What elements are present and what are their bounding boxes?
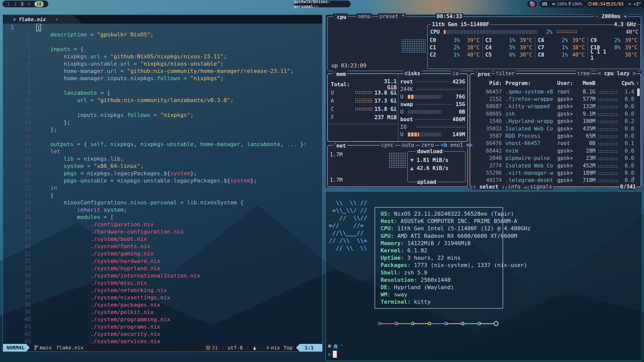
volume-indicator[interactable]: 100% (552, 2, 567, 7)
code-line[interactable]: 23 { (3, 192, 322, 199)
workspace-2[interactable]: 2 (14, 2, 17, 7)
process-row[interactable]: 3507RDD Processgpsk+65M0.0 (472, 132, 638, 140)
code-line[interactable]: 37 ./system/nixsettings.nix (3, 294, 322, 301)
code-line[interactable]: 38 ./system/packages.nix (3, 301, 322, 308)
cpu-panel-title[interactable]: ¹cpu (333, 13, 348, 20)
workspace-switcher[interactable]: 123410 (3, 1, 48, 7)
code-line[interactable]: 6 home-manager.url = "github:nix-communi… (3, 67, 322, 75)
git-branch[interactable]: main (34, 345, 52, 351)
code-line[interactable]: 18 lib = nixpkgs.lib; (3, 155, 322, 162)
signals-hint[interactable]: signals (529, 184, 553, 190)
code-line[interactable]: 26 modules = [ (3, 213, 322, 221)
process-row[interactable]: 2040pipewire-pulsegpsk+23M0.0 (472, 155, 638, 162)
interval-plus[interactable]: + (624, 13, 627, 19)
scroll-down-icon[interactable]: ↓ (632, 174, 635, 180)
status-pill-input[interactable]: US | 100% 100% (539, 1, 585, 7)
proc-sort-selector[interactable]: < cpu lazy > (596, 70, 637, 76)
code-buffer[interactable]: 1{1 description = "gpskwlkr NixOS";23 in… (3, 24, 322, 344)
neovim-window[interactable]: ❄ flake.nix × 1{1 description = "gpskwlk… (3, 14, 323, 352)
info-hint[interactable]: info ↵ (507, 184, 528, 190)
code-line[interactable]: 14 }; (3, 126, 322, 133)
workspace-1[interactable]: 1 (7, 2, 10, 7)
code-line[interactable]: 34 ./system/internationalisation.nix (3, 272, 322, 279)
tray[interactable] (527, 1, 537, 7)
process-row[interactable]: 55296.virt-manager-wgpsk+189M0.0 (472, 169, 638, 176)
process-row[interactable]: 3774Isolated Web Cogpsk+452M0.0 (472, 162, 638, 169)
code-line[interactable]: 12 inputs.nixpkgs.follows = "nixpkgs"; (3, 111, 322, 119)
code-line[interactable]: 40 ./system/programming.nix (3, 316, 322, 323)
tab-close-icon[interactable]: × (55, 17, 58, 22)
code-line[interactable]: 24 nixosConfigurations.nixos-personal = … (3, 199, 322, 206)
code-line[interactable]: 39 ./system/polkit.nix (3, 308, 322, 316)
code-line[interactable]: 7 home-manager.inputs.nixpkgs.follows = … (3, 75, 322, 82)
code-line[interactable]: 27 ./configuration.nix (3, 221, 322, 228)
code-line[interactable]: 10 url = "github:nix-community/lanzaboot… (3, 97, 322, 104)
code-line[interactable]: 11 (3, 104, 322, 111)
code-line[interactable]: 42 ./system/security.nix (3, 330, 322, 338)
code-line[interactable]: 3 inputs = { (3, 46, 322, 53)
status-pill-clock[interactable]: 00:54 25/03 (585, 1, 626, 7)
code-line[interactable]: 31 ./system/gaming.nix (3, 250, 322, 257)
mem-panel-title[interactable]: ²mem (333, 70, 347, 77)
code-line[interactable]: 41 ./system/programs.nix (3, 323, 322, 330)
shell-prompt-line[interactable]: › (327, 350, 337, 358)
code-line[interactable]: 25 inherit system; (3, 206, 322, 213)
code-line[interactable]: 1 description = "gpskwlkr NixOS"; (3, 31, 322, 38)
workspace-10[interactable]: 10 (34, 1, 44, 7)
code-line[interactable]: 20 pkgs = nixpkgs.legacyPackages.${syste… (3, 170, 322, 177)
code-line[interactable]: 17 let (3, 148, 322, 155)
process-row[interactable]: 66476vhost-66457root0B0.1 (472, 140, 638, 147)
disks-io-button[interactable]: io (451, 70, 460, 76)
process-row[interactable]: 68687.kitty-wrappedgpsk+132M0.0 (472, 103, 638, 110)
code-line[interactable]: 1{ (3, 24, 322, 31)
proc-scrollbar[interactable] (637, 88, 640, 96)
code-line[interactable]: 4 nixpkgs.url = "github:NixOS/nixpkgs/ni… (3, 53, 322, 60)
workspace-4[interactable]: 4 (28, 2, 30, 7)
interval-minus[interactable]: - (595, 13, 598, 19)
process-list[interactable]: 66457.qemu-system-x8root8.1G1.42152.fire… (472, 88, 638, 184)
code-line[interactable]: 2 (3, 38, 322, 46)
process-row[interactable]: 68695zshgpsk+9.1M0.0 (472, 110, 638, 117)
code-line[interactable]: 29 ./system/boot.nix (3, 235, 322, 243)
process-row[interactable]: 68442nvimgpsk+28M0.0 (472, 147, 638, 154)
net-interface[interactable]: <b eno1 n> (439, 142, 474, 148)
proc-filter-button[interactable]: filter (494, 70, 516, 76)
process-row[interactable]: 49174.telegram-desktgpsk+718M0.0 (472, 177, 638, 184)
code-line[interactable]: 32 ./system/hardware.nix (3, 257, 322, 265)
status-pill-weather[interactable]: ☀ +3° (624, 1, 644, 7)
process-row[interactable]: 1546.Hyprland-wrappgpsk+190M0.2 (472, 118, 638, 125)
workspace-3[interactable]: 3 (21, 2, 23, 7)
select-hint[interactable]: ↑ select ↓ (472, 184, 505, 190)
code-line[interactable]: 35 ./system/misc.nix (3, 279, 322, 287)
proc-panel-title[interactable]: ⁴proc (474, 70, 492, 77)
code-line[interactable]: 22 in (3, 184, 322, 192)
code-line[interactable]: 13 }; (3, 119, 322, 126)
disks-panel-title[interactable]: disks (403, 70, 422, 76)
tab-flake-nix[interactable]: ❄ flake.nix × (4, 15, 82, 24)
code-line[interactable]: 30 ./system/fonts.nix (3, 243, 322, 250)
kitty-terminal-window[interactable]: \\ \\ // =\\_\\/ // // \\// =// //= //\\… (325, 191, 642, 361)
code-line[interactable]: 5 nixpkgs-unstable.url = "nixpkgs/nixos-… (3, 60, 322, 67)
keyboard-layout[interactable]: US (542, 2, 547, 7)
code-line[interactable]: 16 outputs = { self, nixpkgs, nixpkgs-un… (3, 141, 322, 148)
mic-indicator[interactable]: 100% (568, 2, 582, 7)
sort-direction-icon[interactable]: ↑ (636, 80, 639, 86)
proc-tree-button[interactable]: tree (576, 70, 591, 76)
preset-button[interactable]: preset * (378, 13, 406, 19)
process-row[interactable]: 2152.firefox-wrappegpsk+577M0.0 (472, 95, 638, 103)
btop-window[interactable]: ¹cpu menu preset * 00:54:33 - 2000ms + u… (325, 14, 642, 188)
net-zero-button[interactable]: zero (420, 142, 435, 148)
code-line[interactable]: 36 ./system/networking.nix (3, 287, 322, 294)
process-row[interactable]: 35033Isolated Web Cogpsk+435M0.0 (472, 125, 638, 132)
code-line[interactable]: 9 lanzaboote = { (3, 89, 322, 97)
net-auto-button[interactable]: auto (400, 142, 416, 148)
code-line[interactable]: 19 system = "x86_64-linux"; (3, 162, 322, 170)
menu-button[interactable]: menu (356, 13, 372, 19)
net-panel-title[interactable]: ³net (333, 142, 347, 149)
proc-header-row[interactable]: Pid: Program: User: MemB Cpu% ↑ (472, 79, 638, 87)
code-line[interactable]: 15 (3, 133, 322, 141)
code-line[interactable]: 43 ./system/services.nix (3, 338, 322, 344)
code-line[interactable]: 28 ./hardware-configuration.nix (3, 228, 322, 235)
update-interval[interactable]: - 2000ms + (594, 13, 628, 19)
code-line[interactable]: 8 (3, 82, 322, 89)
